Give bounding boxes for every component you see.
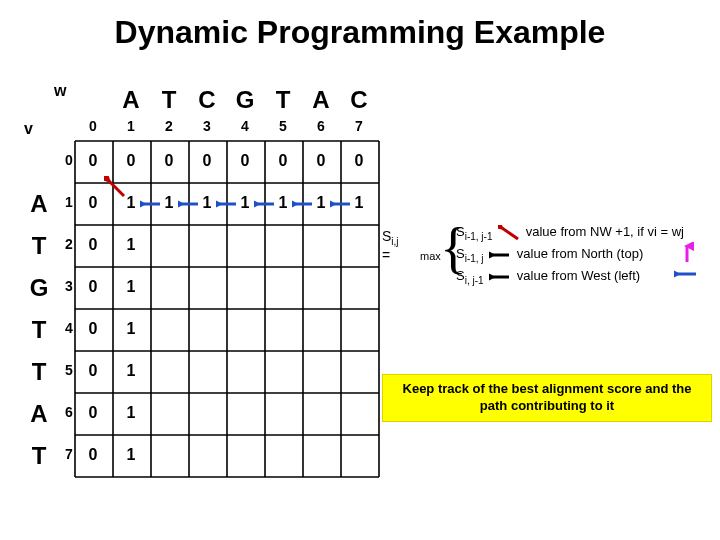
col-letter: C (340, 86, 378, 114)
dp-cell: 0 (74, 362, 112, 380)
col-index: 4 (226, 118, 264, 134)
svg-line-18 (109, 181, 124, 196)
note-box: Keep track of the best alignment score a… (382, 374, 712, 422)
dp-cell: 0 (302, 152, 340, 170)
col-letter: T (264, 86, 302, 114)
west-arrow-icon (489, 271, 511, 283)
dp-cell: 0 (74, 404, 112, 422)
dp-cell: 1 (112, 278, 150, 296)
dp-cell: 0 (74, 320, 112, 338)
col-index: 3 (188, 118, 226, 134)
west-arrow-icon (178, 198, 200, 210)
nw-arrow-icon (104, 176, 128, 200)
col-letter: A (112, 86, 150, 114)
col-letter: G (226, 86, 264, 114)
west-arrow-icon (674, 268, 698, 280)
col-letter: C (188, 86, 226, 114)
dp-cell: 0 (74, 446, 112, 464)
dp-cell: 0 (112, 152, 150, 170)
formula-row-west: Si, j-1 value from West (left) (456, 268, 640, 286)
west-arrow-icon (254, 198, 276, 210)
col-index: 6 (302, 118, 340, 134)
west-arrow-icon (292, 198, 314, 210)
formula-row-north: Si-1, j value from North (top) (456, 246, 643, 264)
col-index: 1 (112, 118, 150, 134)
formula-row-nw: Si-1, j-1 value from NW +1, if vi = wj (456, 224, 684, 242)
col-letter: T (150, 86, 188, 114)
page-title: Dynamic Programming Example (0, 0, 720, 51)
west-arrow-icon (140, 198, 162, 210)
dp-cell: 1 (112, 446, 150, 464)
diagram-stage: w v ATCGTAC 01234567 ATGTTAT 01234567 00… (22, 82, 698, 512)
dp-cell: 0 (340, 152, 378, 170)
dp-cell: 0 (74, 236, 112, 254)
w-label: w (54, 82, 66, 100)
col-index: 0 (74, 118, 112, 134)
svg-line-25 (502, 228, 518, 239)
dp-cell: 1 (112, 404, 150, 422)
col-index: 5 (264, 118, 302, 134)
dp-cell: 0 (226, 152, 264, 170)
dp-cell: 0 (74, 152, 112, 170)
col-letter: A (302, 86, 340, 114)
col-index: 7 (340, 118, 378, 134)
west-arrow-icon (330, 198, 352, 210)
north-arrow-icon (680, 242, 694, 264)
dp-cell: 0 (74, 278, 112, 296)
sij-label: Si,j = (382, 228, 399, 263)
dp-cell: 0 (150, 152, 188, 170)
dp-cell: 1 (112, 236, 150, 254)
col-index: 2 (150, 118, 188, 134)
max-label: max (420, 250, 441, 262)
west-arrow-icon (489, 249, 511, 261)
dp-cell: 0 (188, 152, 226, 170)
nw-arrow-icon (498, 225, 520, 241)
v-label: v (24, 120, 33, 138)
dp-cell: 0 (264, 152, 302, 170)
west-arrow-icon (216, 198, 238, 210)
dp-cell: 1 (112, 362, 150, 380)
dp-cell: 1 (112, 320, 150, 338)
